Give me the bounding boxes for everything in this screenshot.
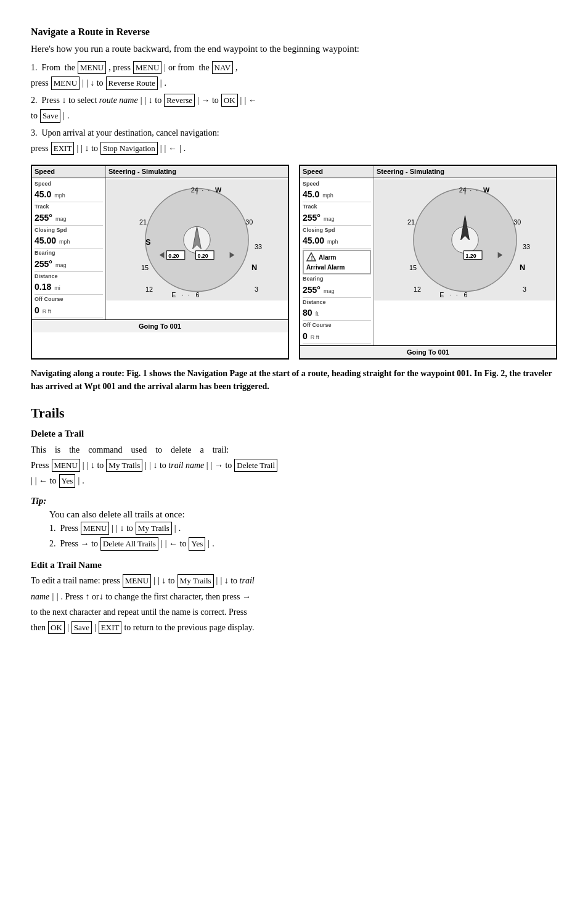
step3-prefix: 3. Upon arrival at your destination, can… [31,126,219,139]
step1-pipe3: | [160,76,162,89]
tip-step1-dot: . [179,522,181,535]
edit-trail-line3: to the next character and repeat until t… [31,606,557,619]
fig1-bearing-label: Bearing [35,249,103,258]
tip-step1-key2[interactable]: My Trails [136,522,172,535]
fig1-track-unit: mag [55,216,67,222]
fig2-alarm-row: ! Alarm Arrival Alarm [303,250,371,274]
tip-step1-down-to: | ↓ to [116,522,133,535]
fig2-distance-value: 80 [303,308,312,318]
step2-key2[interactable]: OK [221,94,238,107]
fig2-alarm-label: Alarm [319,253,336,262]
fig2-track-value: 255° [303,213,321,223]
step2-key3[interactable]: Save [40,109,60,123]
tip-step2-key1[interactable]: Delete All Trails [100,537,158,551]
svg-text:21: 21 [407,218,415,226]
delete-down-to: | ↓ to [87,459,104,472]
fig1-header: Speed Steering - Simulating [32,166,288,178]
fig2-track-label: Track [303,203,371,212]
delete-trail-line3: | | ← to Yes | . [31,474,557,488]
fig2-header-speed-label: Speed [300,166,374,178]
figure-1: Speed Steering - Simulating Speed 45.0 m… [31,165,289,360]
step1-key1[interactable]: MENU [78,61,106,75]
delete-key1[interactable]: MENU [52,459,80,472]
step2-right-to: | → to [197,94,219,107]
delete-key3[interactable]: Delete Trail [234,459,277,472]
fig2-compass-svg: 24 · · W 21 30 33 15 N 12 3 E · · 6 [374,178,556,302]
edit-down-to: | ↓ to [158,574,175,587]
fig1-closing-label: Closing Spd [35,226,103,235]
edit-key2[interactable]: My Trails [178,574,214,588]
tip-step2-left-to: | ← to [165,537,187,550]
step3-key2[interactable]: Stop Navigation [100,142,158,155]
step2-pipe3: | [63,109,65,122]
fig2-bearing-label: Bearing [303,275,371,284]
step2-key1[interactable]: Reverse [164,94,195,107]
tip-step2-key2[interactable]: Yes [189,537,205,551]
svg-text:·: · [450,291,452,298]
svg-text:1.20: 1.20 [465,252,476,258]
fig2-closing-label: Closing Spd [303,226,371,235]
edit-key3[interactable]: OK [48,621,65,635]
edit-trail-line2: name | | . Press ↑ or↓ to change the fir… [31,590,557,603]
delete-pipe4: | [78,474,80,487]
step2-prefix: 2. Press ↓ to select route name [31,94,138,107]
fig1-distance-row: Distance 0.18 mi [35,272,103,295]
fig2-bearing-unit: mag [324,288,335,294]
tip-block: Tip: You can also delete all trails at o… [31,494,557,551]
figures-caption: Navigating along a route: Fig. 1 shows t… [31,367,557,393]
svg-text:N: N [251,263,257,272]
step3-left: | ← [165,142,177,155]
tip-step1-line: 1. Press MENU | | ↓ to My Trails | . [49,522,557,535]
edit-key4[interactable]: Save [71,621,92,635]
delete-key4[interactable]: Yes [59,474,76,488]
edit-key5[interactable]: EXIT [99,621,122,635]
svg-text:·: · [456,291,458,298]
navigate-title: Navigate a Route in Reverse [31,25,557,39]
step1-line2-press: press [31,76,49,89]
svg-text:·: · [476,186,478,194]
step3-dot: . [184,142,186,155]
step1-key4[interactable]: MENU [51,76,80,90]
step1-key2[interactable]: MENU [133,61,161,75]
step1-key5[interactable]: Reverse Route [106,76,158,90]
fig2-closing-row: Closing Spd 45.00 mph [303,226,371,249]
svg-text:·: · [182,291,184,298]
edit-down-trail: | ↓ to trail [220,574,254,587]
tip-step2-line: 2. Press → to Delete All Trails | | ← to… [49,537,557,551]
fig1-distance-unit: mi [54,285,60,291]
fig2-header: Speed Steering - Simulating [300,166,556,178]
fig2-track-row: Track 255° mag [303,202,371,226]
delete-left-to: | ← to [35,474,57,487]
step3-down-to: | ↓ to [81,142,98,155]
svg-text:S: S [145,237,151,246]
delete-down-trail: | ↓ to trail name | [149,459,208,472]
fig1-header-speed-label: Speed [32,166,106,178]
tip-step1-pipe: | [112,522,113,535]
fig1-closing-unit: mph [59,239,70,245]
svg-text:30: 30 [245,218,253,226]
edit-trail-title: Edit a Trail Name [31,558,557,572]
fig2-bearing-row: Bearing 255° mag [303,274,371,298]
edit-pipe5: | [94,621,96,634]
step1-key3[interactable]: NAV [212,61,234,75]
tip-step1-key1[interactable]: MENU [81,522,109,535]
fig1-closing-row: Closing Spd 45.00 mph [35,226,103,249]
svg-text:W: W [215,186,222,194]
step3-key1[interactable]: EXIT [51,142,75,155]
delete-key2[interactable]: My Trails [106,459,142,472]
edit-name: name | [31,590,54,603]
tip-step1-press: 1. Press [49,522,78,535]
fig1-closing-value: 45.00 [35,236,56,245]
fig2-left-panel: Speed 45.0 mph Track 255° mag Closing Sp… [300,178,374,345]
fig2-body: Speed 45.0 mph Track 255° mag Closing Sp… [300,178,556,345]
edit-press-up-down: . Press ↑ or↓ to change the first charac… [61,590,251,603]
fig2-speed-value: 45.0 [303,189,319,199]
fig2-footer: Going To 001 [300,345,556,359]
edit-trail-line1: To edit a trail name: press MENU | | ↓ t… [31,574,557,588]
fig2-distance-unit: ft [316,311,319,317]
step2-pipe2: | [240,94,242,107]
tip-content: You can also delete all trails at once: … [49,508,557,551]
fig1-offcourse-unit: R ft [43,308,51,315]
step3-block: 3. Upon arrival at your destination, can… [31,126,557,155]
edit-key1[interactable]: MENU [123,574,151,588]
